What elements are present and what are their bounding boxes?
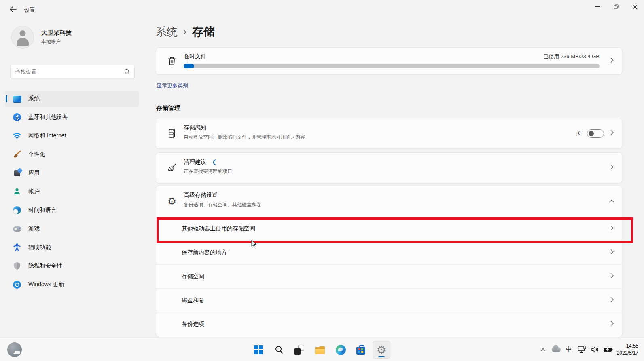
file-explorer-button[interactable] (311, 341, 329, 359)
profile-name: 大卫呆科技 (41, 29, 72, 37)
sidebar-item-label: 隐私和安全性 (28, 262, 62, 270)
sidebar-item-personalization[interactable]: 个性化 (5, 146, 139, 163)
task-view-button[interactable] (290, 341, 308, 359)
row-label: 备份选项 (182, 321, 204, 328)
settings-taskbar-button[interactable]: ⚙ (373, 341, 390, 359)
sidebar-item-apps[interactable]: 应用 (5, 165, 139, 181)
row-storage-other-drives[interactable]: 其他驱动器上使用的存储空间 (156, 217, 622, 241)
restore-button[interactable] (607, 0, 625, 14)
sidebar-item-label: 应用 (28, 169, 40, 177)
bluetooth-icon (13, 113, 21, 122)
system-tray: 中 14:55 2022/5/17 (537, 338, 644, 361)
taskbar: ⚙ 中 14:55 2022/5/17 (0, 338, 644, 361)
page-title: 存储 (192, 24, 215, 40)
system-icon (13, 94, 21, 103)
breadcrumb-parent[interactable]: 系统 (156, 25, 178, 39)
search-input[interactable] (15, 69, 124, 75)
breadcrumb: 系统 › 存储 (156, 24, 215, 40)
cleanup-subtitle: 正在查找要清理的项目 (184, 168, 232, 175)
advanced-subtitle: 备份选项、存储空间、其他磁盘和卷 (184, 201, 261, 208)
start-button[interactable] (250, 341, 267, 359)
toggle-knob (589, 131, 594, 136)
row-label: 保存新内容的地方 (182, 249, 227, 256)
sidebar-item-network[interactable]: 网络和 Internet (5, 128, 139, 144)
settings-search-box[interactable] (10, 65, 135, 78)
cleanup-title-text: 清理建议 (184, 158, 206, 166)
row-backup-options[interactable]: 备份选项 (156, 312, 622, 336)
hidden-icons-chevron[interactable] (537, 342, 550, 358)
storage-sense-card[interactable]: 存储感知 自动释放空间、删除临时文件，并管理本地可用的云内容 关 (156, 118, 622, 149)
chevron-right-icon (610, 321, 614, 328)
clock-date: 2022/5/17 (617, 350, 638, 357)
temp-files-card[interactable]: 临时文件 已使用 239 MB/23.4 GB (156, 47, 622, 75)
app-title: 设置 (24, 6, 35, 14)
gamepad-icon (13, 224, 21, 233)
toggle-state-label: 关 (576, 130, 581, 137)
chevron-right-icon (610, 130, 614, 137)
close-button[interactable] (625, 0, 644, 14)
sidebar-item-accessibility[interactable]: 辅助功能 (5, 239, 139, 255)
advanced-storage-header[interactable]: ⚙ 高级存储设置 备份选项、存储空间、其他磁盘和卷 (156, 186, 622, 217)
row-where-new-content-saved[interactable]: 保存新内容的地方 (156, 241, 622, 264)
onedrive-icon[interactable] (550, 342, 563, 358)
edge-icon (336, 345, 346, 355)
weather-widget-icon[interactable] (7, 342, 22, 357)
sidebar: 大卫呆科技 本地帐户 系统 蓝牙和其他设备 网络和 Internet 个性化 应… (0, 17, 150, 338)
chevron-right-icon (610, 225, 614, 232)
storage-sense-toggle[interactable] (587, 129, 604, 138)
taskbar-clock[interactable]: 14:55 2022/5/17 (614, 343, 644, 357)
row-label: 磁盘和卷 (182, 297, 204, 304)
search-icon (124, 69, 130, 75)
advanced-title: 高级存储设置 (184, 192, 218, 199)
row-label: 其他驱动器上使用的存储空间 (182, 225, 255, 232)
advanced-storage-group: ⚙ 高级存储设置 备份选项、存储空间、其他磁盘和卷 其他驱动器上使用的存储空间 … (156, 186, 622, 337)
windows-logo-icon (254, 345, 263, 354)
gear-icon: ⚙ (377, 344, 386, 355)
broom-icon (167, 163, 177, 173)
wifi-icon (13, 131, 21, 140)
main-content: 系统 › 存储 临时文件 已使用 239 MB/23.4 GB 显示更多类别 存… (156, 17, 622, 361)
sidebar-item-system[interactable]: 系统 (5, 91, 139, 107)
cleanup-recommendations-card[interactable]: 清理建议 正在查找要清理的项目 (156, 152, 622, 183)
storage-management-heading: 存储管理 (156, 104, 180, 112)
store-icon (356, 347, 365, 355)
brush-icon (13, 150, 21, 159)
show-more-categories-link[interactable]: 显示更多类别 (157, 82, 188, 89)
chevron-up-icon (609, 198, 614, 205)
volume-icon[interactable] (589, 342, 602, 358)
sidebar-item-windows-update[interactable]: Windows 更新 (5, 277, 139, 293)
sidebar-item-bluetooth[interactable]: 蓝牙和其他设备 (5, 109, 139, 125)
temp-files-usage: 已使用 239 MB/23.4 GB (543, 53, 600, 60)
chevron-right-icon (610, 164, 614, 171)
sidebar-item-accounts[interactable]: 帐户 (5, 184, 139, 200)
store-button[interactable] (352, 341, 370, 359)
loading-spinner-icon (210, 159, 217, 166)
time-language-icon (13, 206, 21, 215)
row-label: 存储空间 (182, 273, 204, 280)
user-profile[interactable]: 大卫呆科技 本地帐户 (11, 26, 72, 49)
shield-icon (13, 262, 21, 270)
accessibility-icon (13, 243, 21, 252)
network-icon[interactable] (576, 342, 589, 358)
battery-icon[interactable] (602, 342, 614, 358)
sidebar-item-time-language[interactable]: 时间和语言 (5, 202, 139, 218)
titlebar: 设置 (0, 0, 644, 17)
cleanup-title: 清理建议 (184, 158, 217, 166)
sidebar-item-label: 帐户 (28, 188, 40, 195)
sidebar-item-label: 蓝牙和其他设备 (28, 114, 68, 121)
row-disks-volumes[interactable]: 磁盘和卷 (156, 288, 622, 312)
back-button[interactable] (6, 5, 19, 14)
minimize-button[interactable] (588, 0, 607, 14)
taskbar-search-button[interactable] (270, 341, 288, 359)
row-storage-spaces[interactable]: 存储空间 (156, 264, 622, 288)
sidebar-item-label: 个性化 (28, 151, 45, 158)
breadcrumb-separator: › (183, 26, 186, 37)
sidebar-item-privacy[interactable]: 隐私和安全性 (5, 258, 139, 274)
chevron-right-icon (610, 273, 614, 280)
sidebar-item-gaming[interactable]: 游戏 (5, 221, 139, 237)
sidebar-item-label: 系统 (28, 95, 40, 102)
ime-indicator[interactable]: 中 (563, 342, 576, 358)
sidebar-item-label: 时间和语言 (28, 207, 57, 214)
edge-button[interactable] (332, 341, 350, 359)
gear-icon: ⚙ (167, 196, 177, 207)
